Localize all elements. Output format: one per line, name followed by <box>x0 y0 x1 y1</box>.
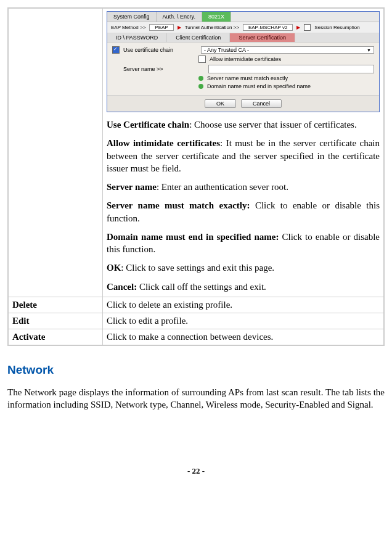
server-name-input[interactable] <box>208 65 374 73</box>
activate-label: Activate <box>8 329 103 345</box>
desc-allow-intimidate: Allow intimidate certificates: It must b… <box>107 137 380 175</box>
domain-name-end-row: Domain name must end in specified name <box>198 83 374 89</box>
tab-8021x[interactable]: 8021X <box>202 12 231 22</box>
dialog-button-row: OK Cancel <box>107 95 379 112</box>
eap-method-row: EAP Method >> PEAP ▶ Tunnel Authenticati… <box>107 22 379 33</box>
arrow-icon: ▶ <box>296 25 300 30</box>
arrow-icon: ▶ <box>178 25 181 30</box>
allow-intermediate-row: Allow intermidiate certificates <box>198 56 374 63</box>
network-heading: Network <box>7 363 385 377</box>
table-row-delete: Delete Click to delete an existing profi… <box>8 297 384 313</box>
ok-button[interactable]: OK <box>205 99 236 108</box>
main-tab-bar: System Config Auth. \ Encry. 8021X <box>107 12 379 22</box>
domain-name-end-label: Domain name must end in specified name <box>207 83 311 89</box>
radio-dot-icon[interactable] <box>198 84 203 89</box>
subtab-id-password[interactable]: ID \ PASSWORD <box>107 33 167 42</box>
trusted-ca-dropdown[interactable]: - Any Trusted CA - ▼ <box>201 46 374 54</box>
allow-intermediate-label: Allow intermidiate certificates <box>210 56 281 62</box>
desc-domain-name-end: Domain name must end in specified name: … <box>107 231 380 256</box>
trusted-ca-value: - Any Trusted CA - <box>204 47 249 53</box>
cancel-button[interactable]: Cancel <box>241 99 282 108</box>
session-resumption-label: Session Resumption <box>314 25 359 30</box>
desc-cancel: Cancel: Click call off the settings and … <box>107 281 380 293</box>
dropdown-arrow-icon: ▼ <box>367 48 371 52</box>
radio-dot-icon[interactable] <box>198 76 203 81</box>
activate-desc: Click to make a connection between devic… <box>103 329 385 345</box>
main-description-cell: System Config Auth. \ Encry. 8021X EAP M… <box>103 8 385 297</box>
form-area: Use certificate chain - Any Trusted CA -… <box>107 43 379 95</box>
table-row-activate: Activate Click to make a connection betw… <box>8 329 384 345</box>
use-cert-chain-label: Use certificate chain <box>123 47 197 53</box>
allow-intermediate-checkbox[interactable] <box>198 56 206 63</box>
subtab-client-cert[interactable]: Client Certification <box>167 33 230 42</box>
desc-server-name-match: Server name must match exactly: Click to… <box>107 199 380 224</box>
server-name-row: Server name >> <box>112 65 374 73</box>
tunnel-auth-label: Tunnel Authentication >> <box>185 25 239 30</box>
empty-left-cell <box>8 8 103 297</box>
tab-auth-encry[interactable]: Auth. \ Encry. <box>157 12 202 22</box>
desc-server-name: Server name: Enter an authentication sev… <box>107 181 380 193</box>
use-cert-chain-row: Use certificate chain - Any Trusted CA -… <box>112 46 374 54</box>
eap-method-label: EAP Method >> <box>111 25 145 30</box>
session-resumption-checkbox[interactable] <box>304 24 311 31</box>
server-name-match-label: Server name must match exactly <box>207 75 288 81</box>
server-name-label: Server name >> <box>112 66 205 72</box>
desc-ok: OK: Click to save settings and exit this… <box>107 261 380 274</box>
server-name-match-row: Server name must match exactly <box>198 75 374 81</box>
tab-system-config[interactable]: System Config <box>107 12 157 22</box>
use-cert-chain-checkbox[interactable] <box>112 46 120 54</box>
eap-method-dropdown[interactable]: PEAP <box>149 24 173 31</box>
sub-tab-bar: ID \ PASSWORD Client Certification Serve… <box>107 33 379 43</box>
network-body: The Network page displays the informatio… <box>7 386 385 411</box>
desc-use-cert-chain: Use Certificate chain: Choose use server… <box>107 118 380 131</box>
table-row-edit: Edit Click to edit a profile. <box>8 313 384 329</box>
delete-label: Delete <box>8 297 103 313</box>
edit-label: Edit <box>8 313 103 329</box>
tunnel-auth-dropdown[interactable]: EAP-MSCHAP v2 <box>243 24 293 31</box>
edit-desc: Click to edit a profile. <box>103 313 385 329</box>
delete-desc: Click to delete an existing profile. <box>103 297 385 313</box>
settings-table: System Config Auth. \ Encry. 8021X EAP M… <box>7 7 385 346</box>
config-screenshot: System Config Auth. \ Encry. 8021X EAP M… <box>107 11 380 112</box>
page-number: - 22 - <box>7 466 385 476</box>
subtab-server-cert[interactable]: Server Certification <box>230 33 295 42</box>
